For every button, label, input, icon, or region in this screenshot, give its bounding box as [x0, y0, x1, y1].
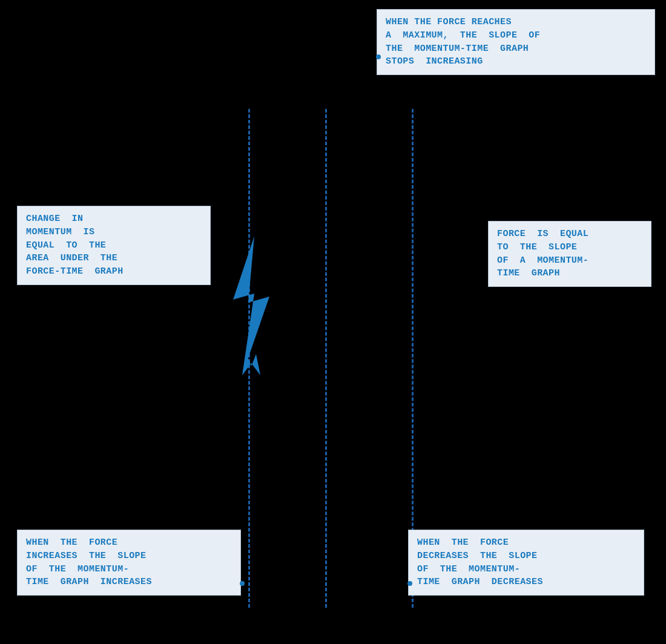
bl-line2: INCREASES THE SLOPE [26, 551, 146, 561]
connector-dot-top-right [376, 54, 381, 59]
ml-line5: FORCE-TIME GRAPH [26, 266, 124, 277]
ml-line3: EQUAL TO THE [26, 240, 106, 251]
ml-line2: MOMENTUM IS [26, 227, 94, 237]
ml-line4: AREA UNDER THE [26, 253, 117, 263]
lightning-bolt [215, 236, 288, 378]
br-line3: OF THE MOMENTUM- [417, 564, 520, 574]
bottom-left-annotation: WHEN THE FORCE INCREASES THE SLOPE OF TH… [17, 530, 241, 596]
bl-line3: OF THE MOMENTUM- [26, 564, 129, 574]
top-right-annotation: WHEN THE FORCE REACHES A MAXIMUM, THE SL… [377, 9, 655, 75]
top-right-line4: STOPS INCREASING [386, 56, 483, 67]
middle-left-annotation: CHANGE IN MOMENTUM IS EQUAL TO THE AREA … [17, 206, 211, 285]
bl-line4: TIME GRAPH INCREASES [26, 577, 152, 587]
br-line4: TIME GRAPH DECREASES [417, 577, 543, 587]
svg-marker-0 [233, 236, 269, 375]
bottom-right-annotation: WHEN THE FORCE DECREASES THE SLOPE OF TH… [408, 530, 644, 596]
middle-right-annotation: FORCE IS EQUAL TO THE SLOPE OF A MOMENTU… [488, 221, 651, 287]
mr-line4: TIME GRAPH [497, 268, 560, 278]
dashed-line-2 [325, 109, 327, 608]
bl-line1: WHEN THE FORCE [26, 537, 117, 548]
br-line2: DECREASES THE SLOPE [417, 551, 537, 561]
top-right-line1: WHEN THE FORCE REACHES [386, 17, 512, 27]
mr-line2: TO THE SLOPE [497, 242, 577, 252]
connector-dot-bottom-right [407, 581, 412, 586]
top-right-line3: THE MOMENTUM-TIME GRAPH [386, 44, 529, 54]
br-line1: WHEN THE FORCE [417, 537, 509, 548]
ml-line1: CHANGE IN [26, 214, 84, 224]
mr-line3: OF A MOMENTUM- [497, 255, 589, 266]
connector-dot-bottom-left [240, 581, 245, 586]
top-right-line2: A MAXIMUM, THE SLOPE OF [386, 30, 540, 41]
mr-line1: FORCE IS EQUAL [497, 229, 589, 239]
